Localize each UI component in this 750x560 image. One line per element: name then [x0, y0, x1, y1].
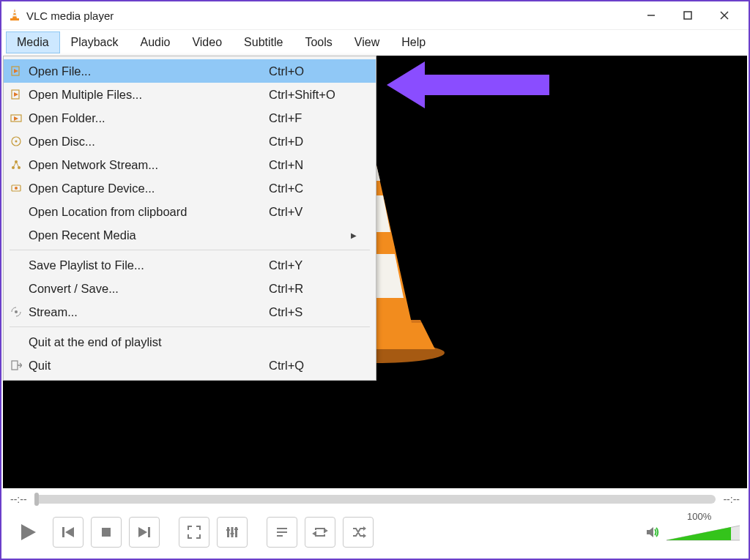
stop-button[interactable] — [91, 517, 122, 548]
svg-line-27 — [13, 162, 16, 168]
menu-item-convert-save[interactable]: Convert / Save... Ctrl+R — [4, 277, 376, 300]
menu-item-quit-end-of-playlist[interactable]: Quit at the end of playlist — [4, 330, 376, 354]
menu-item-shortcut: Ctrl+C — [269, 182, 357, 195]
menu-item-label: Convert / Save... — [29, 282, 269, 296]
svg-rect-40 — [148, 527, 150, 537]
menu-item-open-network-stream[interactable]: Open Network Stream... Ctrl+N — [4, 153, 376, 176]
svg-marker-35 — [21, 524, 36, 540]
menu-item-label: Open Recent Media — [29, 228, 263, 242]
menu-item-stream[interactable]: Stream... Ctrl+S — [4, 300, 376, 324]
svg-marker-52 — [647, 527, 653, 537]
menu-item-shortcut: Ctrl+Shift+O — [269, 88, 357, 102]
minimize-button[interactable] — [633, 2, 669, 29]
file-play-icon — [4, 65, 29, 77]
svg-rect-38 — [102, 528, 111, 537]
menu-item-label: Open Disc... — [29, 135, 269, 149]
svg-rect-44 — [226, 529, 230, 531]
menu-item-open-folder[interactable]: Open Folder... Ctrl+F — [4, 106, 376, 130]
seek-thumb[interactable] — [34, 493, 39, 506]
menu-separator — [10, 326, 370, 327]
menu-item-shortcut: Ctrl+V — [269, 205, 357, 219]
media-dropdown: Open File... Ctrl+O Open Multiple Files.… — [3, 56, 376, 381]
menu-item-label: Open File... — [29, 64, 269, 78]
menu-playback[interactable]: Playback — [60, 31, 130, 53]
seek-bar[interactable] — [34, 495, 716, 504]
menu-item-open-disc[interactable]: Open Disc... Ctrl+D — [4, 130, 376, 153]
svg-rect-45 — [231, 533, 234, 534]
menu-item-open-file[interactable]: Open File... Ctrl+O — [4, 59, 376, 83]
network-icon — [4, 159, 29, 171]
volume-slider[interactable] — [667, 523, 740, 542]
playlist-button[interactable] — [267, 517, 297, 548]
next-button[interactable] — [129, 517, 160, 548]
shuffle-button[interactable] — [343, 517, 374, 548]
svg-rect-1 — [13, 12, 16, 13]
menu-item-quit[interactable]: Quit Ctrl+Q — [4, 354, 376, 377]
svg-marker-51 — [363, 534, 366, 538]
menu-help[interactable]: Help — [390, 31, 437, 53]
extended-settings-button[interactable] — [217, 517, 248, 548]
svg-rect-3 — [10, 18, 19, 20]
svg-point-31 — [15, 310, 18, 313]
menu-item-label: Open Capture Device... — [29, 182, 269, 195]
loop-button[interactable] — [305, 517, 335, 548]
menu-item-shortcut: Ctrl+O — [269, 64, 357, 78]
menu-video[interactable]: Video — [181, 31, 233, 53]
svg-rect-5 — [684, 12, 691, 19]
play-button[interactable] — [10, 515, 45, 549]
svg-marker-0 — [12, 9, 17, 18]
menu-bar: Media Playback Audio Video Subtitle Tool… — [1, 29, 749, 54]
menu-item-label: Open Network Stream... — [29, 158, 269, 172]
volume-control: 100% — [645, 523, 740, 542]
menu-item-label: Open Folder... — [29, 111, 269, 125]
window-controls — [633, 2, 743, 29]
svg-rect-41 — [227, 527, 229, 537]
menu-item-label: Stream... — [29, 305, 269, 319]
svg-rect-36 — [62, 527, 64, 537]
button-row: 100% — [3, 510, 747, 554]
disc-icon — [4, 135, 29, 147]
menu-separator — [10, 250, 370, 250]
playback-controls: --:-- --:-- — [3, 488, 747, 557]
menu-media[interactable]: Media — [6, 31, 60, 53]
svg-rect-46 — [234, 529, 238, 530]
svg-point-30 — [15, 187, 18, 190]
menu-item-label: Open Location from clipboard — [29, 205, 269, 219]
menu-item-shortcut: Ctrl+N — [269, 158, 357, 172]
window-title: VLC media player — [26, 10, 114, 22]
menu-item-shortcut: Ctrl+Q — [269, 359, 357, 373]
svg-marker-37 — [65, 527, 74, 537]
svg-rect-32 — [12, 361, 18, 370]
menu-item-label: Open Multiple Files... — [29, 88, 269, 102]
svg-rect-2 — [12, 15, 17, 16]
menu-item-open-location-clipboard[interactable]: Open Location from clipboard Ctrl+V — [4, 200, 376, 223]
fullscreen-button[interactable] — [179, 517, 209, 548]
menu-tools[interactable]: Tools — [294, 31, 343, 53]
svg-point-23 — [15, 141, 18, 143]
speaker-icon[interactable] — [645, 524, 661, 540]
menu-item-open-capture-device[interactable]: Open Capture Device... Ctrl+C — [4, 176, 376, 200]
app-icon — [7, 8, 22, 23]
title-bar: VLC media player — [1, 1, 749, 29]
submenu-arrow-icon: ▶ — [351, 231, 357, 239]
menu-item-shortcut: Ctrl+F — [269, 111, 357, 125]
menu-item-label: Save Playlist to File... — [29, 258, 269, 272]
annotation-arrow — [381, 56, 557, 114]
menu-item-shortcut: Ctrl+R — [269, 282, 357, 296]
svg-marker-50 — [363, 526, 366, 531]
menu-item-save-playlist[interactable]: Save Playlist to File... Ctrl+Y — [4, 253, 376, 277]
time-elapsed: --:-- — [10, 493, 27, 505]
menu-audio[interactable]: Audio — [130, 31, 182, 53]
menu-item-open-recent-media[interactable]: Open Recent Media ▶ — [4, 223, 376, 247]
close-button[interactable] — [706, 2, 743, 29]
menu-item-open-multiple-files[interactable]: Open Multiple Files... Ctrl+Shift+O — [4, 83, 376, 106]
menu-view[interactable]: View — [344, 31, 390, 53]
svg-marker-21 — [14, 116, 18, 121]
previous-button[interactable] — [53, 517, 83, 548]
svg-marker-39 — [138, 527, 147, 537]
seek-row: --:-- --:-- — [3, 488, 747, 510]
menu-item-shortcut: Ctrl+Y — [269, 258, 357, 272]
menu-item-shortcut: Ctrl+D — [269, 135, 357, 149]
maximize-button[interactable] — [669, 2, 706, 29]
menu-subtitle[interactable]: Subtitle — [233, 31, 294, 53]
